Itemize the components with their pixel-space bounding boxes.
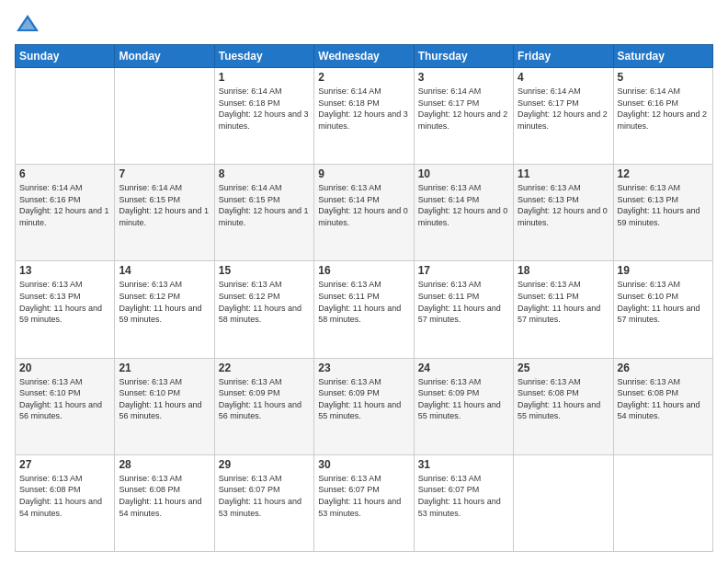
calendar-cell: [16, 68, 115, 165]
page: SundayMondayTuesdayWednesdayThursdayFrid…: [0, 0, 728, 563]
day-of-week-header: Saturday: [613, 45, 712, 68]
day-number: 8: [219, 167, 310, 180]
day-number: 7: [119, 167, 210, 180]
day-number: 27: [19, 458, 110, 471]
cell-info: Sunrise: 6:14 AM Sunset: 6:17 PM Dayligh…: [418, 86, 509, 132]
day-number: 19: [618, 264, 709, 277]
cell-info: Sunrise: 6:13 AM Sunset: 6:10 PM Dayligh…: [618, 279, 709, 325]
day-number: 5: [618, 71, 709, 84]
calendar-cell: 24Sunrise: 6:13 AM Sunset: 6:09 PM Dayli…: [414, 358, 513, 454]
cell-info: Sunrise: 6:14 AM Sunset: 6:18 PM Dayligh…: [219, 86, 310, 132]
logo-icon: [15, 11, 40, 37]
calendar-cell: 1Sunrise: 6:14 AM Sunset: 6:18 PM Daylig…: [214, 68, 313, 165]
cell-info: Sunrise: 6:14 AM Sunset: 6:15 PM Dayligh…: [119, 182, 210, 228]
cell-info: Sunrise: 6:14 AM Sunset: 6:15 PM Dayligh…: [219, 182, 310, 228]
cell-info: Sunrise: 6:13 AM Sunset: 6:09 PM Dayligh…: [418, 376, 509, 422]
day-of-week-header: Monday: [115, 45, 214, 68]
day-number: 28: [119, 458, 210, 471]
calendar-cell: 8Sunrise: 6:14 AM Sunset: 6:15 PM Daylig…: [214, 165, 313, 261]
cell-info: Sunrise: 6:14 AM Sunset: 6:17 PM Dayligh…: [518, 86, 609, 132]
cell-info: Sunrise: 6:13 AM Sunset: 6:10 PM Dayligh…: [119, 376, 210, 422]
cell-info: Sunrise: 6:14 AM Sunset: 6:16 PM Dayligh…: [618, 86, 709, 132]
cell-info: Sunrise: 6:13 AM Sunset: 6:08 PM Dayligh…: [518, 376, 609, 422]
day-number: 21: [119, 362, 210, 374]
header: [15, 11, 713, 37]
calendar-week-row: 20Sunrise: 6:13 AM Sunset: 6:10 PM Dayli…: [16, 358, 713, 454]
day-number: 22: [219, 362, 310, 374]
day-number: 26: [618, 362, 709, 374]
day-number: 14: [119, 264, 210, 277]
calendar-cell: [514, 454, 613, 551]
cell-info: Sunrise: 6:13 AM Sunset: 6:08 PM Dayligh…: [618, 376, 709, 422]
calendar-cell: 27Sunrise: 6:13 AM Sunset: 6:08 PM Dayli…: [16, 454, 115, 551]
day-number: 13: [19, 264, 110, 277]
calendar-cell: 14Sunrise: 6:13 AM Sunset: 6:12 PM Dayli…: [115, 261, 214, 358]
calendar-cell: 22Sunrise: 6:13 AM Sunset: 6:09 PM Dayli…: [214, 358, 313, 454]
calendar-week-row: 1Sunrise: 6:14 AM Sunset: 6:18 PM Daylig…: [16, 68, 713, 165]
day-number: 9: [318, 167, 409, 180]
calendar-cell: 29Sunrise: 6:13 AM Sunset: 6:07 PM Dayli…: [214, 454, 313, 551]
calendar-cell: 28Sunrise: 6:13 AM Sunset: 6:08 PM Dayli…: [115, 454, 214, 551]
day-number: 16: [318, 264, 409, 277]
cell-info: Sunrise: 6:14 AM Sunset: 6:18 PM Dayligh…: [318, 86, 409, 132]
calendar-cell: 18Sunrise: 6:13 AM Sunset: 6:11 PM Dayli…: [514, 261, 613, 358]
calendar-week-row: 13Sunrise: 6:13 AM Sunset: 6:13 PM Dayli…: [16, 261, 713, 358]
day-number: 15: [219, 264, 310, 277]
cell-info: Sunrise: 6:13 AM Sunset: 6:11 PM Dayligh…: [418, 279, 509, 325]
calendar-cell: 16Sunrise: 6:13 AM Sunset: 6:11 PM Dayli…: [314, 261, 414, 358]
calendar-cell: 11Sunrise: 6:13 AM Sunset: 6:13 PM Dayli…: [514, 165, 613, 261]
cell-info: Sunrise: 6:13 AM Sunset: 6:13 PM Dayligh…: [19, 279, 110, 325]
day-number: 30: [318, 458, 409, 471]
day-number: 10: [418, 167, 509, 180]
day-number: 31: [418, 458, 509, 471]
cell-info: Sunrise: 6:13 AM Sunset: 6:09 PM Dayligh…: [318, 376, 409, 422]
day-number: 18: [518, 264, 609, 277]
cell-info: Sunrise: 6:13 AM Sunset: 6:11 PM Dayligh…: [518, 279, 609, 325]
calendar-cell: 21Sunrise: 6:13 AM Sunset: 6:10 PM Dayli…: [115, 358, 214, 454]
calendar-cell: [115, 68, 214, 165]
calendar-week-row: 27Sunrise: 6:13 AM Sunset: 6:08 PM Dayli…: [16, 454, 713, 551]
calendar-cell: 25Sunrise: 6:13 AM Sunset: 6:08 PM Dayli…: [514, 358, 613, 454]
day-of-week-header: Wednesday: [314, 45, 414, 68]
calendar-cell: 19Sunrise: 6:13 AM Sunset: 6:10 PM Dayli…: [613, 261, 712, 358]
day-number: 29: [219, 458, 310, 471]
day-number: 1: [219, 71, 310, 84]
calendar-cell: 3Sunrise: 6:14 AM Sunset: 6:17 PM Daylig…: [414, 68, 513, 165]
calendar-cell: [613, 454, 712, 551]
cell-info: Sunrise: 6:13 AM Sunset: 6:10 PM Dayligh…: [19, 376, 110, 422]
cell-info: Sunrise: 6:13 AM Sunset: 6:14 PM Dayligh…: [318, 182, 409, 228]
day-number: 12: [618, 167, 709, 180]
calendar-cell: 23Sunrise: 6:13 AM Sunset: 6:09 PM Dayli…: [314, 358, 414, 454]
day-number: 25: [518, 362, 609, 374]
calendar-cell: 10Sunrise: 6:13 AM Sunset: 6:14 PM Dayli…: [414, 165, 513, 261]
cell-info: Sunrise: 6:13 AM Sunset: 6:12 PM Dayligh…: [119, 279, 210, 325]
cell-info: Sunrise: 6:13 AM Sunset: 6:07 PM Dayligh…: [418, 473, 509, 519]
cell-info: Sunrise: 6:13 AM Sunset: 6:09 PM Dayligh…: [219, 376, 310, 422]
day-of-week-header: Friday: [514, 45, 613, 68]
calendar-cell: 20Sunrise: 6:13 AM Sunset: 6:10 PM Dayli…: [16, 358, 115, 454]
cell-info: Sunrise: 6:13 AM Sunset: 6:07 PM Dayligh…: [219, 473, 310, 519]
day-number: 11: [518, 167, 609, 180]
day-of-week-header: Tuesday: [214, 45, 313, 68]
cell-info: Sunrise: 6:13 AM Sunset: 6:08 PM Dayligh…: [19, 473, 110, 519]
cell-info: Sunrise: 6:13 AM Sunset: 6:13 PM Dayligh…: [618, 182, 709, 228]
day-of-week-header: Thursday: [414, 45, 513, 68]
calendar-table: SundayMondayTuesdayWednesdayThursdayFrid…: [15, 44, 713, 552]
cell-info: Sunrise: 6:14 AM Sunset: 6:16 PM Dayligh…: [19, 182, 110, 228]
calendar-cell: 7Sunrise: 6:14 AM Sunset: 6:15 PM Daylig…: [115, 165, 214, 261]
day-of-week-header: Sunday: [16, 45, 115, 68]
calendar-cell: 6Sunrise: 6:14 AM Sunset: 6:16 PM Daylig…: [16, 165, 115, 261]
cell-info: Sunrise: 6:13 AM Sunset: 6:13 PM Dayligh…: [518, 182, 609, 228]
day-number: 23: [318, 362, 409, 374]
calendar-cell: 31Sunrise: 6:13 AM Sunset: 6:07 PM Dayli…: [414, 454, 513, 551]
calendar-cell: 9Sunrise: 6:13 AM Sunset: 6:14 PM Daylig…: [314, 165, 414, 261]
day-number: 3: [418, 71, 509, 84]
calendar-week-row: 6Sunrise: 6:14 AM Sunset: 6:16 PM Daylig…: [16, 165, 713, 261]
cell-info: Sunrise: 6:13 AM Sunset: 6:12 PM Dayligh…: [219, 279, 310, 325]
logo: [15, 11, 44, 37]
calendar-cell: 17Sunrise: 6:13 AM Sunset: 6:11 PM Dayli…: [414, 261, 513, 358]
cell-info: Sunrise: 6:13 AM Sunset: 6:14 PM Dayligh…: [418, 182, 509, 228]
day-number: 24: [418, 362, 509, 374]
cell-info: Sunrise: 6:13 AM Sunset: 6:08 PM Dayligh…: [119, 473, 210, 519]
calendar-cell: 4Sunrise: 6:14 AM Sunset: 6:17 PM Daylig…: [514, 68, 613, 165]
